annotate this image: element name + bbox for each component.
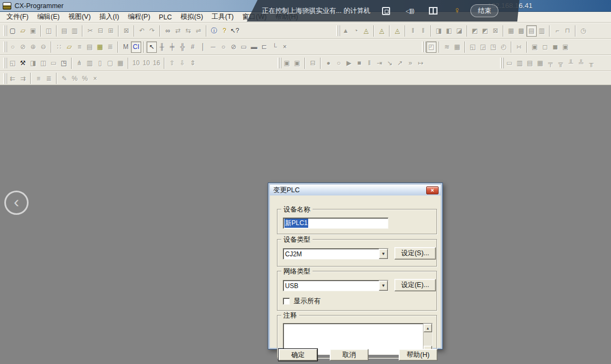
pause-flag-set-icon[interactable]: ● (323, 58, 334, 69)
io-unit-icon[interactable]: ▤ (525, 58, 535, 69)
undo-icon[interactable]: ↶ (137, 25, 147, 37)
monitor-run-icon[interactable]: ⇧ (167, 58, 177, 69)
paste-program-icon[interactable]: ⊠ (121, 25, 131, 37)
differential-monitor-icon[interactable]: ⇕ (188, 58, 198, 69)
or-contact-no-icon[interactable]: ╬ (177, 41, 188, 53)
ok-button[interactable]: 确定 (279, 349, 317, 361)
toolbar-grip[interactable] (422, 41, 424, 52)
scroll-up-icon[interactable]: ▲ (423, 324, 432, 332)
print-setup-icon[interactable]: ◫ (44, 25, 54, 37)
compile-all-icon[interactable]: ▲ (341, 25, 351, 37)
set-value-icon[interactable]: ∺ (514, 41, 524, 53)
help-button[interactable]: 帮助(H) (399, 349, 438, 361)
force-clear-pen-icon[interactable]: % (80, 73, 90, 84)
mnemonic-view-icon[interactable]: M (121, 41, 131, 53)
transfer-to-plc-icon[interactable]: ◨ (434, 25, 444, 37)
force-off-icon[interactable]: ◲ (478, 41, 488, 53)
pause-icon[interactable]: ‖ (418, 25, 428, 37)
comment-pen-icon[interactable]: ✎ (59, 73, 70, 84)
hex-icon[interactable]: 16 (151, 58, 162, 69)
coil-icon[interactable]: ○ (218, 41, 228, 53)
continuous-run-icon[interactable]: » (405, 58, 415, 69)
local-cross-reference-icon[interactable]: ▥ (85, 58, 95, 69)
coil-nc-icon[interactable]: ⊘ (228, 41, 239, 53)
save-icon[interactable]: ▣ (28, 25, 38, 37)
plc-verify-warning-icon[interactable]: ◬ (377, 25, 387, 37)
menu-file[interactable]: 文件(F) (2, 11, 33, 23)
split-screen-icon[interactable] (427, 5, 439, 16)
chevron-down-icon[interactable]: ▼ (379, 281, 388, 291)
menu-view[interactable]: 视图(V) (64, 11, 95, 23)
plc-clock-icon[interactable]: ▭ (504, 58, 515, 69)
print-preview-icon[interactable]: ▥ (70, 25, 80, 37)
toolbar-grip[interactable] (277, 58, 280, 68)
cpu-unit-icon[interactable]: ▥ (515, 58, 525, 69)
speaker-icon[interactable]: ◁))) (404, 5, 415, 16)
simulator-options-icon[interactable]: ⊟ (308, 58, 318, 69)
force-set-pen-icon[interactable]: % (70, 73, 80, 84)
time-chart-monitor-icon[interactable]: ▦ (452, 41, 462, 53)
outdent-icon[interactable]: ⇇ (8, 73, 18, 84)
monitor-window2-icon[interactable]: ◻ (540, 41, 550, 53)
print-icon[interactable]: ▤ (59, 25, 70, 37)
end-session-button[interactable]: 结束 (470, 4, 498, 17)
show-all-checkbox[interactable] (283, 298, 290, 305)
rung-comment-icon[interactable]: ≡ (74, 41, 85, 53)
rung-wrap-icon[interactable]: ≡ (33, 73, 44, 84)
menu-program[interactable]: 编程(P) (123, 11, 155, 23)
instruction-box-icon[interactable]: ▭ (239, 41, 249, 53)
step-over-icon[interactable]: ↗ (395, 58, 405, 69)
zoom-tool-icon[interactable]: ○ (8, 41, 18, 53)
clock-icon[interactable]: ◷ (578, 25, 588, 37)
menu-insert[interactable]: 插入(I) (95, 11, 123, 23)
network-type-select[interactable]: USB ▼ (283, 280, 388, 291)
fullscreen-icon[interactable] (380, 5, 392, 16)
send-changes-icon[interactable]: ◩ (480, 25, 490, 37)
step-in-icon[interactable]: ↘ (385, 58, 395, 69)
force-cancel-icon[interactable]: ◴ (498, 41, 509, 53)
zoom-in-icon[interactable]: ⊕ (28, 41, 38, 53)
online-work-icon[interactable]: ◔ (351, 25, 361, 37)
menu-simulation[interactable]: 模拟(S) (176, 11, 207, 23)
delete-line-icon[interactable]: × (280, 41, 290, 53)
toolbar-grip[interactable] (3, 73, 5, 84)
monitor-window3-icon[interactable]: ◼ (550, 41, 560, 53)
close-icon[interactable]: × (426, 186, 439, 194)
force-on-icon[interactable]: ◱ (468, 41, 478, 53)
rung-end-icon[interactable]: ≣ (44, 73, 54, 84)
dialog-titlebar[interactable]: 变更PLC × (270, 185, 441, 195)
network-branch3-icon[interactable]: ╨ (566, 58, 576, 69)
or-contact-nc-icon[interactable]: # (188, 41, 198, 53)
contact-nc-icon[interactable]: ╪ (167, 41, 177, 53)
copy-icon[interactable]: ⊟ (95, 25, 106, 37)
window-display-icon[interactable]: ◰ (426, 41, 436, 53)
zoom-reset-icon[interactable]: ⊘ (18, 41, 28, 53)
comment-box-icon[interactable]: ▱ (64, 41, 74, 53)
context-help-icon[interactable]: ↖? (230, 25, 240, 37)
save-window-state-icon[interactable]: ▣ (282, 58, 292, 69)
special-unit-icon[interactable]: ▦ (535, 58, 545, 69)
sim-stop-icon[interactable]: ■ (354, 58, 364, 69)
rack-view-icon[interactable]: ▤ (526, 25, 537, 37)
grid-icon[interactable]: ∷ (54, 41, 64, 53)
network-branch1-icon[interactable]: ╤ (545, 58, 556, 69)
menu-tools[interactable]: 工具(T) (207, 11, 238, 23)
device-type-settings-button[interactable]: 设定(S)... (394, 247, 436, 260)
network-type-settings-button[interactable]: 设定(E)... (394, 279, 436, 291)
output-window-icon[interactable]: ◨ (28, 58, 38, 69)
cancel-button[interactable]: 取消 (330, 349, 369, 361)
decimal-icon[interactable]: 10 (131, 58, 141, 69)
chevron-down-icon[interactable]: ▼ (379, 249, 388, 259)
zoom-out-icon[interactable]: ⊖ (38, 41, 48, 53)
toolbar-grip[interactable] (500, 58, 502, 68)
paste-icon[interactable]: ⊞ (106, 25, 116, 37)
back-nav-button[interactable]: ‹ (4, 191, 29, 215)
new-file-icon[interactable]: ▢ (8, 25, 18, 37)
device-type-select[interactable]: CJ2M ▼ (283, 248, 388, 260)
pin-icon[interactable]: ♀ (451, 5, 463, 16)
contact-no-icon[interactable]: ╫ (157, 41, 167, 53)
address-reference-icon[interactable]: ▯ (95, 58, 105, 69)
io-table-icon[interactable]: ▦ (506, 25, 516, 37)
select-tool-icon[interactable]: ↖ (147, 41, 157, 53)
help-icon[interactable]: ? (219, 25, 230, 37)
